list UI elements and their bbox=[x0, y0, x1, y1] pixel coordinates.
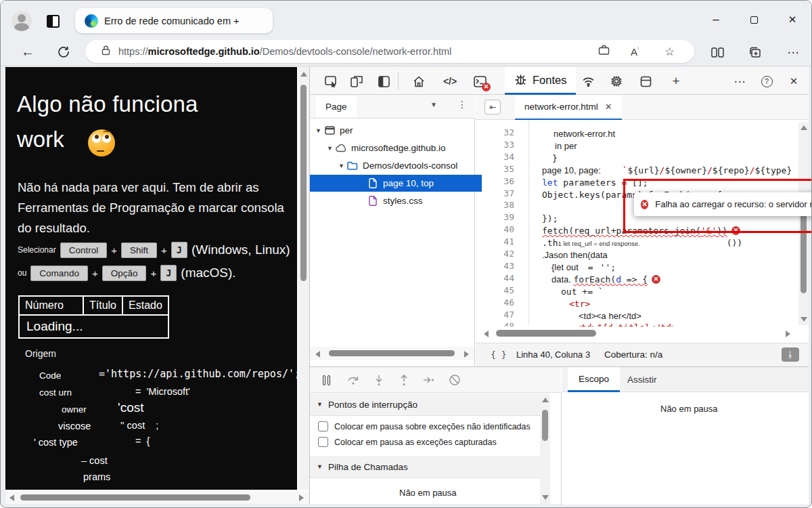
code-area[interactable]: 32network-error.ht33in per34}35page 10, … bbox=[476, 95, 809, 366]
line-number[interactable]: 32 bbox=[476, 127, 514, 137]
device-emulation-icon[interactable] bbox=[348, 72, 365, 90]
scroll-right-arrow[interactable] bbox=[786, 331, 790, 337]
line-number[interactable]: 42 bbox=[476, 249, 514, 259]
page-horizontal-scrollbar[interactable] bbox=[5, 491, 309, 504]
inspect-icon[interactable] bbox=[322, 72, 340, 90]
scroll-left-arrow[interactable] bbox=[484, 331, 489, 337]
maximize-button[interactable] bbox=[744, 12, 764, 28]
tree-item-per[interactable]: ▼per bbox=[310, 122, 475, 139]
close-button[interactable]: ✕ bbox=[782, 12, 803, 28]
code-line-35[interactable]: 35page 10, page:`${url}/${owner}/${repo}… bbox=[476, 164, 809, 176]
activity-bar-icon[interactable] bbox=[375, 72, 392, 90]
code-line-46[interactable]: 46<tr> bbox=[476, 297, 809, 310]
page-vertical-scrollbar[interactable] bbox=[298, 67, 309, 490]
debugger-vscrollbar[interactable] bbox=[540, 394, 550, 505]
line-number[interactable]: 39 bbox=[476, 212, 514, 222]
scroll-left-arrow[interactable] bbox=[9, 494, 14, 501]
network-tab-icon[interactable] bbox=[579, 72, 597, 90]
expand-arrow-icon[interactable]: ▼ bbox=[327, 145, 335, 152]
scroll-down-arrow[interactable] bbox=[800, 317, 807, 322]
devtools-more-icon[interactable]: ⋯ bbox=[731, 72, 748, 90]
home-icon[interactable] bbox=[410, 72, 428, 90]
elements-tab-icon[interactable]: </> bbox=[441, 72, 459, 90]
devtools-close-icon[interactable]: ✕ bbox=[785, 72, 803, 90]
line-number[interactable]: 41 bbox=[476, 236, 514, 247]
deactivate-breakpoints-icon[interactable] bbox=[447, 372, 463, 388]
page-dropdown[interactable]: Page bbox=[316, 96, 357, 117]
callstack-section-header[interactable]: ▼ Pilha de Chamadas bbox=[310, 456, 550, 478]
tree-item-microsoftedge-github-io[interactable]: ▼microsoftedge.github.io bbox=[310, 140, 475, 156]
tree-item-demos-devtools-consol[interactable]: ▼Demos/devtools-consol bbox=[310, 157, 475, 174]
line-number[interactable]: 44 bbox=[476, 273, 514, 283]
line-number[interactable]: 43 bbox=[476, 261, 514, 271]
pause-icon[interactable] bbox=[318, 372, 334, 388]
code-line-34[interactable]: 34} bbox=[476, 152, 809, 164]
refresh-button[interactable] bbox=[55, 43, 72, 60]
tab-escopo[interactable]: Escopo bbox=[568, 367, 620, 392]
code-line-40[interactable]: 40fetch(req_url+parameters.join('&'))✕ bbox=[476, 224, 809, 236]
code-line-33[interactable]: 33in per bbox=[476, 140, 809, 152]
scroll-left-arrow[interactable] bbox=[315, 351, 320, 358]
kebab-menu-icon[interactable]: ⋮ bbox=[457, 99, 467, 110]
collections-icon[interactable] bbox=[746, 43, 764, 61]
scroll-up-arrow[interactable] bbox=[800, 125, 807, 130]
url-bar[interactable]: https://microsoftedge.github.io/Demos/de… bbox=[85, 40, 694, 63]
code-line-32[interactable]: 32network-error.ht bbox=[476, 127, 809, 140]
read-aloud-icon[interactable]: A⁾ bbox=[631, 46, 639, 58]
code-line-43[interactable]: 43{let out=''; bbox=[476, 261, 809, 273]
navigator-hscrollbar-thumb[interactable] bbox=[329, 350, 455, 356]
workspaces-icon[interactable] bbox=[47, 15, 60, 28]
tree-item-page-10-top[interactable]: page 10, top bbox=[310, 175, 482, 192]
console-tab-icon[interactable]: ✕ bbox=[471, 72, 489, 90]
editor-hscrollbar[interactable] bbox=[476, 326, 809, 341]
more-tabs-icon[interactable]: + bbox=[667, 72, 685, 90]
profile-avatar[interactable] bbox=[12, 11, 32, 31]
line-number[interactable]: 33 bbox=[476, 140, 514, 150]
code-line-36[interactable]: 36let parameters = []; bbox=[476, 176, 809, 188]
line-number[interactable]: 38 bbox=[476, 200, 514, 210]
debugger-vscrollbar-thumb[interactable] bbox=[542, 410, 548, 441]
code-line-44[interactable]: 44data. forEach(d => {✕ bbox=[476, 273, 809, 285]
step-over-icon[interactable] bbox=[345, 372, 361, 388]
scroll-right-arrow[interactable] bbox=[299, 494, 304, 501]
download-button[interactable]: ⭳ bbox=[782, 347, 799, 362]
navigator-hscrollbar[interactable] bbox=[310, 347, 474, 360]
line-number[interactable]: 45 bbox=[476, 285, 514, 295]
scroll-up-arrow[interactable] bbox=[542, 398, 549, 402]
scroll-right-arrow[interactable] bbox=[464, 351, 469, 358]
expand-arrow-icon[interactable]: ▼ bbox=[315, 127, 323, 134]
help-icon[interactable]: ? bbox=[758, 72, 775, 90]
split-screen-icon[interactable] bbox=[708, 43, 726, 61]
line-number[interactable]: 40 bbox=[476, 224, 514, 234]
line-number[interactable]: 34 bbox=[476, 152, 514, 162]
editor-vscrollbar-thumb[interactable] bbox=[800, 209, 807, 293]
minimize-button[interactable]: – bbox=[706, 12, 726, 28]
step-icon[interactable] bbox=[421, 372, 437, 388]
expand-arrow-icon[interactable]: ▼ bbox=[338, 163, 346, 169]
more-menu-icon[interactable]: ⋯ bbox=[784, 43, 802, 61]
tab-fontes[interactable]: Fontes bbox=[505, 67, 576, 95]
chevron-down-icon[interactable]: ▼ bbox=[430, 101, 437, 108]
performance-tab-icon[interactable] bbox=[608, 72, 625, 90]
scroll-up-arrow[interactable] bbox=[300, 72, 307, 77]
editor-vscrollbar[interactable] bbox=[798, 122, 809, 325]
application-tab-icon[interactable] bbox=[637, 72, 654, 90]
scroll-down-arrow[interactable] bbox=[542, 495, 549, 500]
code-line-41[interactable]: 41.th1 let req_url = end response.()) bbox=[476, 236, 809, 249]
checkbox[interactable] bbox=[318, 421, 328, 431]
code-line-45[interactable]: 45out += ` bbox=[476, 285, 809, 297]
step-out-icon[interactable] bbox=[396, 372, 412, 388]
code-line-47[interactable]: 47<td><a her</td> bbox=[476, 310, 809, 322]
line-number[interactable]: 35 bbox=[476, 164, 514, 174]
back-button[interactable]: ← bbox=[19, 43, 37, 60]
browser-tab[interactable]: Erro de rede comunicado em + bbox=[75, 8, 273, 33]
line-number[interactable]: 47 bbox=[476, 310, 514, 320]
line-number[interactable]: 46 bbox=[476, 297, 514, 308]
breakpoints-section-header[interactable]: ▼ Pontos de interrupção bbox=[310, 394, 550, 416]
code-line-42[interactable]: 42.Jason then(data bbox=[476, 249, 809, 261]
pretty-print-icon[interactable]: { } bbox=[491, 350, 506, 360]
tree-item-styles-css[interactable]: styles.css bbox=[310, 192, 475, 209]
page-scrollbar-thumb[interactable] bbox=[300, 85, 307, 281]
checkbox[interactable] bbox=[318, 437, 328, 447]
favorites-star-icon[interactable]: ☆ bbox=[664, 45, 675, 59]
